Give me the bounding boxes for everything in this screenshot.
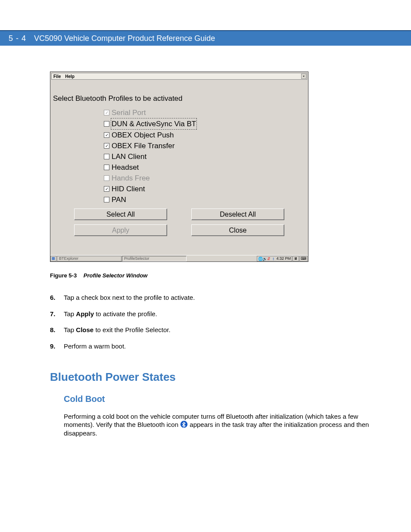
step-text: Perform a warm boot. (64, 342, 126, 351)
figure-caption-text: Profile Selector Window (84, 272, 148, 279)
system-tray: 🌐 🔊 ⇵ ᚼ 4:32 PM 🖥 ⌨ (256, 256, 308, 261)
menu-help[interactable]: Help (65, 74, 75, 79)
profile-label: OBEX Object Push (112, 130, 174, 140)
step-number: 6. (50, 293, 64, 302)
checkbox-icon[interactable] (104, 121, 109, 127)
page-number: 5 - 4 (9, 34, 26, 43)
start-icon[interactable]: ⊞ (50, 256, 56, 261)
step-number: 7. (50, 310, 64, 318)
apply-button[interactable]: Apply (74, 224, 167, 236)
profile-dun-activesync[interactable]: DUN & ActiveSync Via BT (104, 118, 305, 130)
tray-bluetooth-icon: ᚼ (271, 257, 275, 261)
body-text: 6. Tap a check box next to the profile t… (50, 293, 373, 437)
profile-list: ✓ Serial Port DUN & ActiveSync Via BT ✓ … (104, 107, 305, 205)
figure-label: Figure 5-3 (50, 272, 77, 279)
profile-headset[interactable]: Headset (104, 162, 305, 173)
section-heading-cold-boot: Cold Boot (64, 393, 373, 404)
tray-net-icon: ⇵ (267, 257, 271, 261)
tray-sound-icon: 🔊 (262, 257, 267, 261)
figure-caption: Figure 5-3 Profile Selector Window (50, 272, 308, 279)
profile-label: Serial Port (112, 107, 146, 118)
step-9: 9. Perform a warm boot. (50, 342, 373, 351)
page-title: VC5090 Vehicle Computer Product Referenc… (34, 34, 215, 43)
profile-selector-window: File Help × Select Bluetooth Profiles to… (50, 72, 308, 262)
profile-label: HID Client (112, 184, 145, 194)
page-header: 5 - 4 VC5090 Vehicle Computer Product Re… (0, 30, 411, 46)
apply-bold: Apply (76, 310, 94, 317)
checkbox-icon[interactable] (104, 165, 109, 170)
profile-pan[interactable]: PAN (104, 194, 305, 205)
step-7: 7. Tap Apply to activate the profile. (50, 310, 373, 318)
checkbox-icon[interactable]: ✓ (104, 143, 109, 149)
menubar: File Help × (51, 73, 307, 80)
step-text: Tap a check box next to the profile to a… (64, 293, 195, 302)
profile-serial-port[interactable]: ✓ Serial Port (104, 107, 305, 118)
profile-label: Headset (112, 162, 139, 173)
checkbox-icon[interactable]: ✓ (104, 186, 109, 192)
step-6: 6. Tap a check box next to the profile t… (50, 293, 373, 302)
profile-label: LAN Client (112, 151, 146, 162)
section-heading-power-states: Bluetooth Power States (50, 370, 373, 385)
bluetooth-icon (180, 420, 188, 428)
checkbox-icon[interactable]: ✓ (104, 132, 109, 138)
checkbox-icon[interactable]: ✓ (104, 110, 109, 115)
profile-hid-client[interactable]: ✓ HID Client (104, 184, 305, 194)
profile-lan-client[interactable]: LAN Client (104, 151, 305, 162)
profile-obex-push[interactable]: ✓ OBEX Object Push (104, 130, 305, 140)
profile-label: OBEX File Transfer (112, 140, 174, 151)
profile-label: DUN & ActiveSync Via BT (111, 118, 197, 130)
paragraph: Performing a cold boot on the vehicle co… (64, 412, 383, 438)
select-all-button[interactable]: Select All (74, 208, 167, 220)
step-8: 8. Tap Close to exit the Profile Selecto… (50, 326, 373, 334)
taskbar-item-btexplorer[interactable]: BTExplorer (57, 256, 121, 261)
profile-obex-file[interactable]: ✓ OBEX File Transfer (104, 140, 305, 151)
menu-file[interactable]: File (53, 74, 61, 79)
taskbar-item-profileselector[interactable]: ProfileSelector (122, 256, 187, 261)
profile-label: PAN (112, 194, 126, 205)
tray-clock: 4:32 PM (276, 256, 291, 261)
step-text: Tap Apply to activate the profile. (64, 310, 157, 318)
checkbox-icon[interactable] (104, 154, 109, 159)
profile-label: Hands Free (112, 173, 150, 184)
tray-keyboard-icon[interactable]: ⌨ (299, 256, 308, 261)
close-button[interactable]: Close (191, 224, 284, 236)
close-icon[interactable]: × (301, 74, 306, 79)
step-number: 9. (50, 342, 64, 351)
tray-world-icon: 🌐 (258, 257, 262, 261)
tray-icons[interactable]: 🌐 🔊 ⇵ ᚼ 4:32 PM (257, 256, 292, 261)
profile-hands-free[interactable]: Hands Free (104, 173, 305, 184)
deselect-all-button[interactable]: Deselect All (191, 208, 284, 220)
tray-desktop-icon[interactable]: 🖥 (293, 256, 299, 261)
prompt-text: Select Bluetooth Profiles to be activate… (53, 94, 305, 103)
step-number: 8. (50, 326, 64, 334)
checkbox-icon[interactable] (104, 175, 109, 181)
checkbox-icon[interactable] (104, 197, 109, 202)
close-bold: Close (76, 326, 93, 333)
step-text: Tap Close to exit the Profile Selector. (64, 326, 171, 334)
taskbar: ⊞ BTExplorer ProfileSelector 🌐 🔊 ⇵ ᚼ 4:3… (50, 255, 308, 261)
